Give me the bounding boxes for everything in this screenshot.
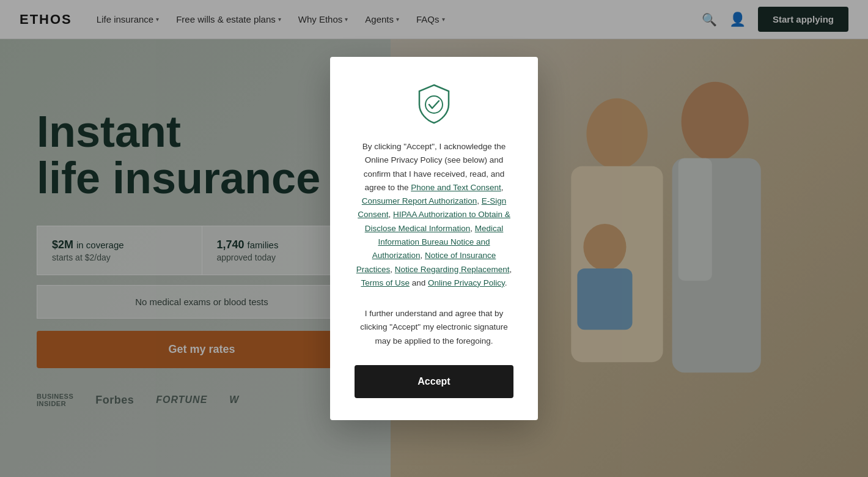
modal-further-text: I further understand and agree that by c… [355,307,513,348]
replacement-link[interactable]: Notice Regarding Replacement [395,265,510,274]
consent-modal: By clicking "Accept", I acknowledge the … [330,57,538,420]
accept-button[interactable]: Accept [355,365,513,398]
phone-text-consent-link[interactable]: Phone and Text Consent [411,183,501,192]
modal-icon-area [412,81,456,125]
consumer-report-link[interactable]: Consumer Report Authorization [362,196,477,205]
modal-consent-text: By clicking "Accept", I acknowledge the … [355,140,513,290]
modal-overlay: By clicking "Accept", I acknowledge the … [0,0,868,477]
terms-link[interactable]: Terms of Use [361,278,410,287]
shield-check-icon [412,81,456,125]
svg-point-8 [425,96,443,113]
privacy-policy-link[interactable]: Online Privacy Policy [428,278,505,287]
